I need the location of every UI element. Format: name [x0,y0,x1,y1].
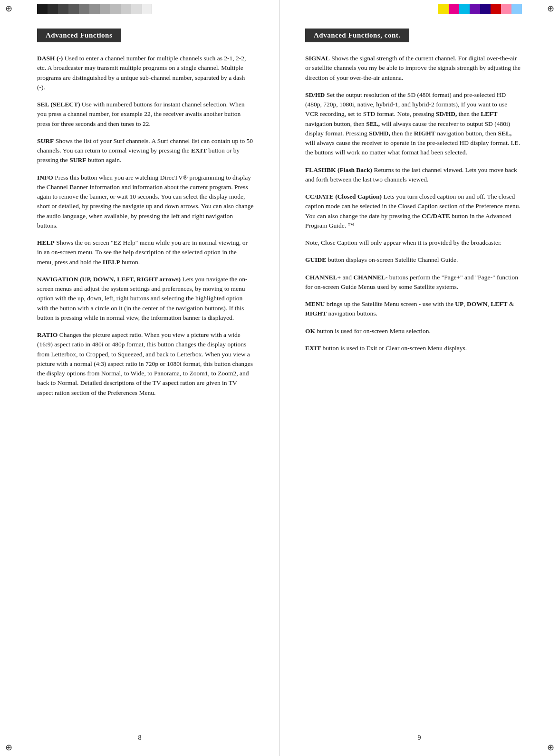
left-section-header: Advanced Functions [37,29,121,42]
section-signal: SIGNAL Shows the signal strength of the … [305,54,522,83]
right-section-header: Advanced Functions, cont. [305,29,409,42]
dash-label: DASH (-) [37,55,63,62]
flashbk-label: FLASHBK (Flash Back) [305,166,372,173]
dash-text: Used to enter a channel number for multi… [37,55,246,91]
menu-right: RIGHT [305,310,327,317]
page-number-left: 8 [138,734,142,742]
menu-label: MENU [305,300,325,307]
help-bold-inline: HELP [103,258,120,266]
signal-text: Shows the signal strength of the current… [305,55,520,81]
note-cc-text: Note, Close Caption will only appear whe… [305,239,501,246]
help-text: Shows the on-screen "EZ Help" menu while… [37,239,248,266]
sdhd-bold2: LEFT [481,110,497,117]
section-menu: MENU brings up the Satellite Menu screen… [305,299,522,319]
ccdate-label: CC/DATE (Closed Caption) [305,193,382,200]
section-navigation: NAVIGATION (UP, DOWN, LEFT, RIGHT arrows… [37,275,254,323]
menu-up: UP [455,300,463,307]
info-text: Press this button when you are watching … [37,174,254,229]
page-container: ⊕ ⊕ ⊕ ⊕ Advanced Functions DASH (-) U [0,0,559,756]
sdhd-bold6: SEL, [498,130,511,137]
menu-left: LEFT [491,300,507,307]
menu-down: DOWN [467,300,488,307]
guide-text: button displays on-screen Satellite Chan… [328,256,458,263]
section-sdhd: SD/HD Set the output resolution of the S… [305,90,522,158]
section-guide: GUIDE button displays on-screen Satellit… [305,255,522,265]
section-ccdate: CC/DATE (Closed Caption) Lets you turn c… [305,192,522,230]
sdhd-bold4: SD/HD, [369,130,390,137]
section-surf: SURF Shows the list of your Surf channel… [37,136,254,165]
section-note-cc: Note, Close Caption will only appear whe… [305,238,522,248]
section-sel: SEL (SELECT) Use with numbered buttons f… [37,100,254,129]
help-label: HELP [37,239,55,246]
exit-text: button is used to Exit or Clear on-scree… [322,345,467,352]
channel-minus-label: CHANNEL- [353,274,387,281]
ratio-label: RATIO [37,331,58,338]
sdhd-bold5: RIGHT [414,130,435,137]
sdhd-bold3: SEL, [366,120,380,127]
info-label: INFO [37,174,53,181]
left-page: Advanced Functions DASH (-) Used to ente… [0,0,280,756]
ok-label: OK [305,327,315,335]
section-channel-pm: CHANNEL+ and CHANNEL- buttons perform th… [305,273,522,292]
signal-label: SIGNAL [305,55,330,62]
sdhd-bold1: SD/HD, [436,110,457,117]
section-info: INFO Press this button when you are watc… [37,173,254,231]
sel-label: SEL (SELECT) [37,101,80,108]
page-number-right: 9 [418,734,421,742]
sdhd-label: SD/HD [305,91,325,98]
section-exit: EXIT button is used to Exit or Clear on-… [305,344,522,353]
menu-text: brings up the Satellite Menu screen - us… [305,300,514,317]
ok-text: button is used for on-screen Menu select… [317,327,431,335]
right-page: Advanced Functions, cont. SIGNAL Shows t… [280,0,559,756]
section-help: HELP Shows the on-screen "EZ Help" menu … [37,238,254,267]
section-ok: OK button is used for on-screen Menu sel… [305,326,522,336]
surf-surf-bold: SURF [69,156,86,163]
section-dash: DASH (-) Used to enter a channel number … [37,54,254,92]
sdhd-text: Set the output resolution of the SD (480… [305,91,520,156]
navigation-label: NAVIGATION (UP, DOWN, LEFT, RIGHT arrows… [37,276,181,283]
section-flashbk: FLASHBK (Flash Back) Returns to the last… [305,165,522,185]
ccdate-bold1: CC/ [422,212,433,220]
section-ratio: RATIO Changes the picture aspect ratio. … [37,330,254,398]
surf-text: Shows the list of your Surf channels. A … [37,137,253,164]
surf-label: SURF [37,137,54,144]
ratio-text: Changes the picture aspect ratio. When y… [37,331,253,396]
exit-label: EXIT [305,345,321,352]
surf-exit-bold: EXIT [191,147,207,154]
channel-plus-label: CHANNEL+ [305,274,341,281]
ccdate-bold2: DATE [433,212,450,220]
guide-label: GUIDE [305,256,326,263]
